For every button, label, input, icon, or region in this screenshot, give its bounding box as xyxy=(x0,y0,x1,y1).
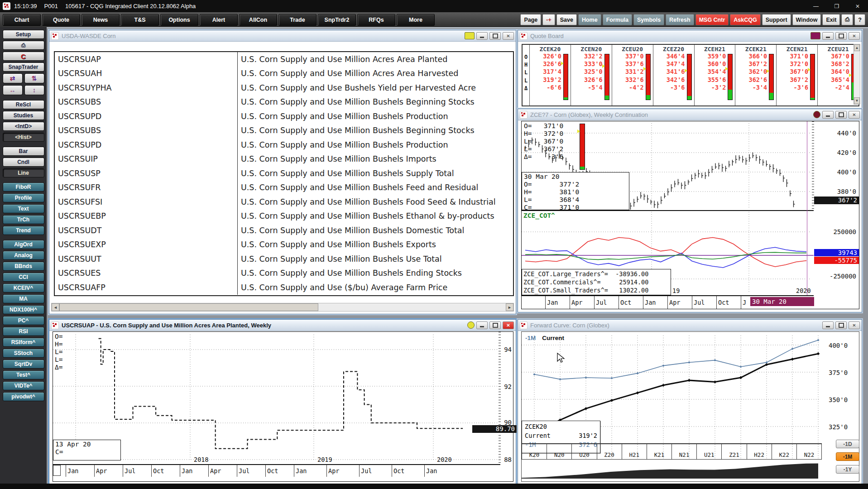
toolbar-button-askcqg[interactable]: AskCQG xyxy=(730,14,760,25)
contract-cell-n22[interactable]: N22 xyxy=(796,444,821,459)
toolbar-button-alert[interactable]: Alert xyxy=(200,14,238,26)
table-row[interactable]: USCRSUEXPU.S. Corn Supply and Use Millio… xyxy=(55,238,513,252)
zce-chart-titlebar[interactable]: ZCE?7 - Corn (Globex), Weekly Continuati… xyxy=(518,109,862,120)
uscrsuap-maximize-button[interactable] xyxy=(489,321,501,329)
symbol-cell[interactable]: USCRSUBS xyxy=(55,124,238,138)
table-row[interactable]: USCRSUAHU.S. Corn Supply and Use Million… xyxy=(55,67,513,81)
contract-cell-k21[interactable]: K21 xyxy=(647,444,671,459)
toolbar-button-msg-cntr[interactable]: MSG Cntr xyxy=(695,14,729,25)
range-button-1m[interactable]: -1M xyxy=(836,452,859,461)
symbol-cell[interactable]: USCRSUFSI xyxy=(55,195,238,209)
symbol-cell[interactable]: USCRSUAP xyxy=(55,52,238,67)
toolbar-button-options[interactable]: Options xyxy=(160,14,198,26)
range-button-1d[interactable]: -1D xyxy=(836,440,859,448)
zce-close-button[interactable]: ✕ xyxy=(849,111,860,119)
quote-column-zceu21[interactable]: ZCEU21367'0368'2364'0365'4-2'4 xyxy=(817,45,858,105)
symbol-cell[interactable]: USCRSUBS xyxy=(55,95,238,110)
contract-cell-n20[interactable]: N20 xyxy=(547,444,571,459)
usda-window-titlebar[interactable]: USDA-WASDE Corn ✕ xyxy=(49,30,516,42)
uscrsuap-close-button[interactable]: ✕ xyxy=(503,321,514,329)
table-row[interactable]: USCRSUEBPU.S. Corn Supply and Use Millio… xyxy=(55,209,513,224)
table-row[interactable]: USCRSUFRU.S. Corn Supply and Use Million… xyxy=(55,181,513,195)
sidebar-item-sqrtdv[interactable]: SqrtDv xyxy=(3,360,44,369)
quote-board-titlebar[interactable]: Quote Board ✕ xyxy=(518,30,862,42)
table-row[interactable]: USCRSUAFPU.S. Corn Supply and Use ($/bu)… xyxy=(55,280,513,295)
uscrsuap-chart-surface[interactable]: O=H=L=L=Δ= 13 Apr 20C= 2018 2019 2020 Ja… xyxy=(53,331,513,482)
contract-symbol[interactable]: ZCEN20 xyxy=(571,46,612,53)
toolbar-button-exit[interactable]: Exit xyxy=(822,14,840,25)
sidebar-item-bar[interactable]: Bar xyxy=(3,147,44,156)
quote-column-zcek20[interactable]: ZCEK20326'0326'6317'4319'2-6'6 xyxy=(529,45,571,105)
table-row[interactable]: USCRSUSPU.S. Corn Supply and Use Million… xyxy=(55,166,513,181)
sidebar-item-analog[interactable]: Analog xyxy=(3,251,44,260)
table-row[interactable]: USCRSUDTU.S. Corn Supply and Use Million… xyxy=(55,223,513,238)
forward-maximize-button[interactable] xyxy=(835,321,847,329)
toolbar-button-more[interactable]: More xyxy=(397,14,435,26)
printer-button[interactable]: ⎙ xyxy=(841,14,853,25)
toolbar-button-save[interactable]: Save xyxy=(556,14,577,25)
toolbar-button-snptrdr2[interactable]: SnpTrdr2 xyxy=(318,14,356,26)
toolbar-button-formula[interactable]: Formula xyxy=(603,14,632,25)
symbol-cell[interactable]: USCRSUDT xyxy=(55,223,238,238)
toolbar-button-home[interactable]: Home xyxy=(578,14,601,25)
page-color-button[interactable] xyxy=(810,32,820,39)
sidebar-item-vidte[interactable]: VIDTe^ xyxy=(3,381,44,390)
sidebar-item-test[interactable]: Test^ xyxy=(3,370,44,379)
zce-maximize-button[interactable] xyxy=(835,111,847,119)
scroll-thumb[interactable] xyxy=(59,303,318,311)
sidebar-item-swap-horizontal-icon[interactable]: ⇄ xyxy=(3,73,23,83)
usda-minimize-button[interactable] xyxy=(476,32,488,40)
sidebar-item-kceiv[interactable]: KCEIV^ xyxy=(3,283,44,292)
symbol-cell[interactable]: USCRSUES xyxy=(55,266,238,281)
scroll-right-icon[interactable]: ► xyxy=(506,303,513,311)
contract-cell-h21[interactable]: H21 xyxy=(622,444,647,459)
symbol-cell[interactable]: USCRSUAFP xyxy=(55,280,238,295)
forward-close-button[interactable]: ✕ xyxy=(849,321,860,329)
sidebar-item-profile[interactable]: Profile xyxy=(3,193,44,202)
uscrsuap-time-axis[interactable]: JanAprJulOctJanAprJulOctJanAprJulOctJan xyxy=(53,464,500,477)
scroll-up-icon[interactable]: ▲ xyxy=(854,44,860,51)
contract-symbol[interactable]: ZCEK20 xyxy=(530,46,571,53)
quote-column-zcen21[interactable]: ZCEN21371'0372'0367'0367'2-3'6 xyxy=(776,45,817,105)
sidebar-item-cndl[interactable]: Cndl xyxy=(3,158,44,167)
page-color-button[interactable] xyxy=(465,32,475,39)
sidebar-item-trend[interactable]: Trend xyxy=(3,226,44,235)
sidebar-item-rsi[interactable]: RSI xyxy=(3,327,44,336)
uscrsuap-value-axis[interactable]: 94 92 90 88 xyxy=(501,332,513,476)
sidebar-item-rsiform[interactable]: RSIform^ xyxy=(3,338,44,347)
toolbar-button-quote[interactable]: Quote xyxy=(42,14,80,26)
toolbar-button-symbols[interactable]: Symbols xyxy=(633,14,664,25)
contract-symbol[interactable]: ZCEU21 xyxy=(818,46,858,53)
forward-curve-titlebar[interactable]: Forward Curve: Corn (Globex) ✕ xyxy=(518,320,862,331)
usda-maximize-button[interactable] xyxy=(489,32,501,40)
sidebar-item-text[interactable]: Text xyxy=(3,204,44,213)
quote-column-zcek21[interactable]: ZCEK21366'0367'2362'0362'6-3'4 xyxy=(735,45,776,105)
sidebar-item-trch[interactable]: TrCh xyxy=(3,215,44,224)
table-row[interactable]: USCRSUFSIU.S. Corn Supply and Use Millio… xyxy=(55,195,513,209)
scroll-track[interactable] xyxy=(854,51,860,97)
sidebar-item-pc[interactable]: PC^ xyxy=(3,316,44,325)
sidebar-item-scale-horizontal-icon[interactable]: ↔ xyxy=(3,85,23,95)
toolbar-button-news[interactable]: News xyxy=(82,14,120,26)
symbol-cell[interactable]: USCRSUEBP xyxy=(55,209,238,224)
toolbar-button-chart[interactable]: Chart xyxy=(3,14,41,26)
usda-horizontal-scrollbar[interactable]: ◄ ► xyxy=(51,303,514,312)
symbol-cell[interactable]: USCRSUEXP xyxy=(55,238,238,252)
zce-chart-surface[interactable]: O= 371'0H= 372'0L= 367'0L= 367'2Δ= -3'6 … xyxy=(521,121,859,309)
symbol-cell[interactable]: USCRSUSP xyxy=(55,166,238,181)
quote-close-button[interactable]: ✕ xyxy=(849,32,860,40)
sidebar-item-cci[interactable]: CCI xyxy=(3,273,44,282)
zce-minimize-button[interactable] xyxy=(822,111,834,119)
toolbar-button-page[interactable]: Page xyxy=(520,14,541,25)
scroll-down-icon[interactable]: ▼ xyxy=(854,97,860,104)
toolbar-button-item[interactable]: -+ xyxy=(542,14,555,25)
usda-close-button[interactable]: ✕ xyxy=(503,32,514,40)
contract-cell-k20[interactable]: K20 xyxy=(522,444,547,459)
uscrsuap-titlebar[interactable]: USCRSUAP - U.S. Corn Supply and Use Mill… xyxy=(49,320,516,331)
toolbar-button-trade[interactable]: Trade xyxy=(278,14,317,26)
toolbar-button-allcon[interactable]: AllCon xyxy=(239,14,277,26)
quote-column-zcez20[interactable]: ZCEZ20346'4347'4341'6342'6-3'6 xyxy=(653,45,694,105)
contract-cell-u21[interactable]: U21 xyxy=(696,444,721,459)
quote-column-zceh21[interactable]: ZCEH21359'0360'0354'4355'6-3'2 xyxy=(694,45,735,105)
toolbar-button-window[interactable]: Window xyxy=(792,14,821,25)
